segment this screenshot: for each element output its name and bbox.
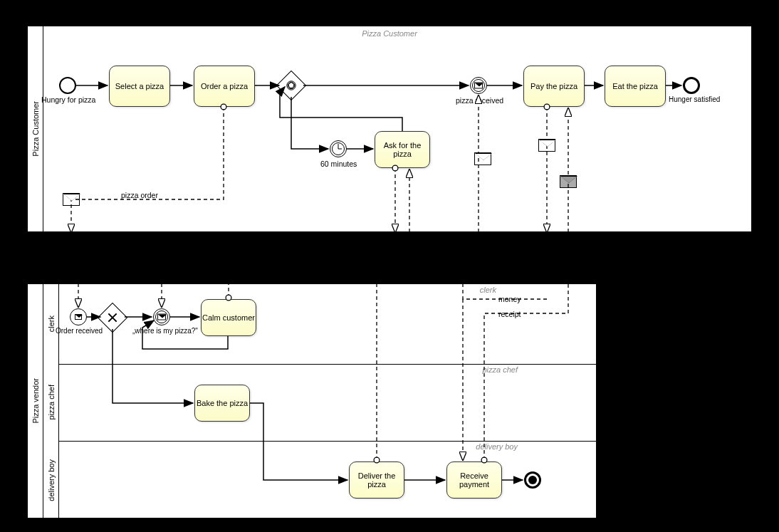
lane-title-clerk: clerk: [480, 286, 496, 294]
timer-event-60min: [330, 140, 347, 157]
msg-catch-where-pizza: [153, 308, 170, 325]
envelope-icon: [157, 314, 166, 320]
task-receive-payment: Receive payment: [446, 461, 502, 499]
where-pizza-label: „where is my pizza?": [132, 327, 198, 335]
pool-label-customer: Pizza Customer: [28, 26, 43, 231]
lane-title-delivery: delivery boy: [476, 442, 518, 451]
msg-label-money: money: [498, 295, 521, 303]
msg-label-order: pizza order: [121, 191, 158, 199]
pentagon-icon: [286, 80, 296, 90]
order-received-label: Order received: [56, 327, 103, 335]
timer-label: 60 minutes: [320, 160, 357, 168]
msg-icon-receipt: [560, 175, 577, 188]
task-eat-pizza: Eat the pizza: [605, 66, 666, 107]
start-event-label: Hungry for pizza: [41, 95, 95, 104]
msg-icon-order: [63, 193, 80, 206]
task-order-pizza: Order a pizza: [194, 66, 255, 107]
task-bake-pizza: Bake the pizza: [194, 385, 250, 422]
msg-label-receipt: receipt: [498, 310, 521, 318]
pizza-received-label: pizza received: [456, 96, 503, 105]
msg-label-pizza: pizza: [390, 266, 407, 274]
diagram-canvas: Pizza Customer Pizza Customer Hungry for…: [0, 0, 779, 532]
end-event-satisfied: [683, 77, 700, 94]
msg-icon-money: [538, 139, 555, 152]
envelope-icon: [75, 314, 82, 320]
lane-label-clerk: clerk: [43, 284, 59, 364]
end-event-terminate: [524, 471, 541, 489]
lane-label-delivery: delivery boy: [43, 441, 59, 519]
task-ask-pizza: Ask for the pizza: [375, 131, 430, 168]
pool-title-customer: Pizza Customer: [28, 29, 751, 38]
lane-divider-1: [59, 364, 597, 365]
msg-catch-pizza-received: [470, 77, 487, 94]
task-pay-pizza: Pay the pizza: [523, 66, 585, 107]
task-select-pizza: Select a pizza: [109, 66, 170, 107]
pool-label-vendor: Pizza vendor: [28, 284, 43, 518]
lane-label-chef: pizza chef: [43, 364, 59, 441]
msg-icon-pizza: [474, 152, 491, 165]
task-calm-customer: Calm customer: [201, 299, 256, 336]
pool-customer: Pizza Customer Pizza Customer: [27, 26, 752, 232]
start-msg-order-received: [70, 308, 87, 325]
start-event-hungry: [59, 77, 76, 94]
lane-divider-2: [59, 441, 597, 442]
lane-title-chef: pizza chef: [482, 365, 518, 374]
task-deliver-pizza: Deliver the pizza: [349, 461, 404, 499]
end-label: Hunger satisfied: [669, 95, 720, 103]
envelope-icon: [474, 83, 483, 89]
